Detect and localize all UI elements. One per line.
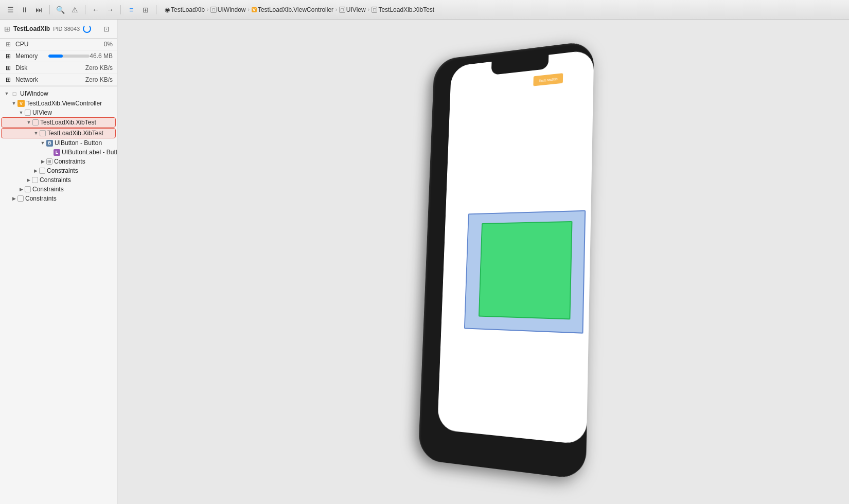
separator-2	[85, 5, 85, 14]
vc-icon: V	[252, 7, 257, 12]
vc-tree-icon: V	[17, 100, 25, 107]
toggle-xibtest-inner[interactable]: ▼	[32, 130, 40, 137]
view-hierarchy-tree: ▼ □ UIWindow ▼ V TestLoadXib.ViewControl…	[0, 86, 117, 504]
tree-item-uibutton[interactable]: ▼ B UIButton - Button	[1, 138, 116, 148]
constraints-3-label: Constraints	[40, 176, 71, 184]
tree-item-xibtest-inner[interactable]: ▼ TestLoadXib.XibTest	[1, 128, 116, 138]
breadcrumb-vc-label: TestLoadXib.ViewController	[258, 6, 333, 13]
process-pid: PID 38043	[53, 26, 80, 32]
separator-1	[49, 5, 50, 14]
tree-item-uiview[interactable]: ▼ UIView	[1, 108, 116, 117]
breadcrumb-arrow-2: ›	[248, 7, 250, 12]
separator-4	[156, 5, 156, 14]
breadcrumb-item-window[interactable]: □ UIWindow	[210, 6, 245, 13]
constraints-1-label: Constraints	[54, 158, 85, 165]
toggle-constraints-5[interactable]: ▶	[10, 195, 17, 202]
breadcrumb-item-app[interactable]: ◉ TestLoadXib	[165, 6, 205, 13]
tree-item-constraints-1[interactable]: ▶ ⊞ Constraints	[1, 157, 116, 166]
uiwindow-icon: □	[10, 89, 19, 98]
constraints-5-icon	[17, 195, 24, 202]
process-icon: ⊞	[4, 25, 10, 33]
nav-back-button[interactable]: ←	[90, 4, 102, 16]
uibuttonlabel-icon: L	[54, 149, 60, 156]
toggle-constraints-4[interactable]: ▶	[17, 186, 25, 193]
toggle-uiwindow[interactable]: ▼	[3, 90, 10, 97]
indicator-label: TestLoadXib	[539, 77, 558, 83]
disk-value: Zero KB/s	[85, 64, 113, 71]
toggle-uiview[interactable]: ▼	[17, 109, 25, 116]
breadcrumb-item-view[interactable]: □ UIView	[339, 6, 365, 13]
toggle-constraints-3[interactable]: ▶	[25, 176, 32, 184]
memory-label: Memory	[15, 52, 48, 60]
process-name: TestLoadXib	[13, 25, 50, 32]
uiview-icon	[25, 110, 31, 116]
toggle-vc[interactable]: ▼	[10, 100, 17, 107]
disk-metric-row: ⊞ Disk Zero KB/s	[0, 62, 117, 74]
constraints-2-icon	[39, 168, 45, 174]
disk-icon: ⊞	[4, 64, 12, 72]
nav-forward-button[interactable]: →	[104, 4, 116, 16]
breadcrumb-item-xibtest[interactable]: □ TestLoadXib.XibTest	[372, 6, 434, 13]
pause-button[interactable]: ⏸	[19, 4, 31, 16]
constraints-4-icon	[25, 186, 31, 192]
xibtest-inner-label: TestLoadXib.XibTest	[47, 130, 103, 137]
search-button[interactable]: 🔍	[54, 4, 66, 16]
tree-item-constraints-4[interactable]: ▶ Constraints	[1, 185, 116, 194]
phone-screen: TestLoadXib	[437, 49, 594, 445]
phone-container: TestLoadXib	[406, 43, 612, 480]
process-header: ⊞ TestLoadXib PID 38043 ⊡	[0, 20, 117, 39]
sidebar-toggle-button[interactable]: ☰	[4, 4, 16, 16]
breadcrumb-arrow-4: ›	[368, 7, 369, 12]
grid-view-button[interactable]: ⊞	[139, 4, 152, 16]
disk-label: Disk	[15, 64, 85, 71]
canvas-area: TestLoadXib	[117, 20, 849, 504]
cpu-value: 0%	[104, 41, 113, 48]
left-panel: ⊞ TestLoadXib PID 38043 ⊡ ⊞ CPU 0% ⊞ Mem…	[0, 20, 117, 504]
tree-item-uiwindow[interactable]: ▼ □ UIWindow	[1, 88, 116, 99]
phone-body: TestLoadXib	[418, 40, 594, 480]
tree-item-vc[interactable]: ▼ V TestLoadXib.ViewController	[1, 99, 116, 108]
step-button[interactable]: ⏭	[33, 4, 45, 16]
uibuttonlabel-label: UIButtonLabel - Butt...	[62, 149, 117, 156]
network-value: Zero KB/s	[85, 76, 113, 83]
process-options-button[interactable]: ⊡	[100, 23, 113, 35]
toggle-uibuttonlabel	[46, 149, 54, 156]
tree-item-uibuttonlabel[interactable]: L UIButtonLabel - Butt...	[1, 148, 116, 157]
window-icon: □	[210, 7, 216, 13]
cpu-metric-row: ⊞ CPU 0%	[0, 39, 117, 50]
toggle-constraints-1[interactable]: ▶	[39, 158, 46, 165]
cpu-icon: ⊞	[4, 40, 12, 48]
toggle-xibtest-outer[interactable]: ▼	[25, 119, 32, 126]
network-metric-row: ⊞ Network Zero KB/s	[0, 74, 117, 86]
constraints-4-label: Constraints	[32, 186, 64, 193]
network-label: Network	[15, 76, 85, 83]
xibtest-outer-icon	[32, 119, 39, 125]
breadcrumb-window-label: UIWindow	[218, 6, 246, 13]
tree-item-xibtest-outer[interactable]: ▼ TestLoadXib.XibTest	[1, 117, 116, 128]
app-icon: ◉	[165, 6, 170, 13]
breadcrumb-item-vc[interactable]: V TestLoadXib.ViewController	[252, 6, 333, 13]
tree-item-constraints-5[interactable]: ▶ Constraints	[1, 194, 116, 203]
green-view-overlay[interactable]	[479, 221, 573, 320]
memory-icon: ⊞	[4, 52, 12, 60]
memory-bar-container	[48, 55, 90, 58]
tree-item-constraints-3[interactable]: ▶ Constraints	[1, 175, 116, 185]
breadcrumb-app-label: TestLoadXib	[171, 6, 205, 13]
loading-spinner	[83, 25, 91, 33]
uiwindow-label: UIWindow	[20, 90, 48, 97]
constraints-2-label: Constraints	[47, 167, 78, 174]
toggle-uibutton[interactable]: ▼	[39, 139, 46, 147]
constraints-3-icon	[32, 177, 38, 183]
breadcrumb-view-label: UIView	[346, 6, 366, 13]
toggle-constraints-2[interactable]: ▶	[32, 167, 39, 174]
tree-item-constraints-2[interactable]: ▶ Constraints	[1, 166, 116, 175]
warning-button[interactable]: ⚠	[68, 4, 81, 16]
uibutton-label: UIButton - Button	[55, 139, 102, 147]
separator-3	[120, 5, 121, 14]
breadcrumb: ◉ TestLoadXib › □ UIWindow › V TestLoadX…	[165, 6, 845, 13]
list-view-button[interactable]: ≡	[125, 4, 137, 16]
xibtest-icon: □	[372, 7, 377, 13]
view-icon: □	[339, 7, 345, 13]
metrics-panel: ⊞ CPU 0% ⊞ Memory 46.6 MB ⊞ Disk Zero KB…	[0, 39, 117, 86]
phone-top-indicator: TestLoadXib	[533, 73, 563, 86]
